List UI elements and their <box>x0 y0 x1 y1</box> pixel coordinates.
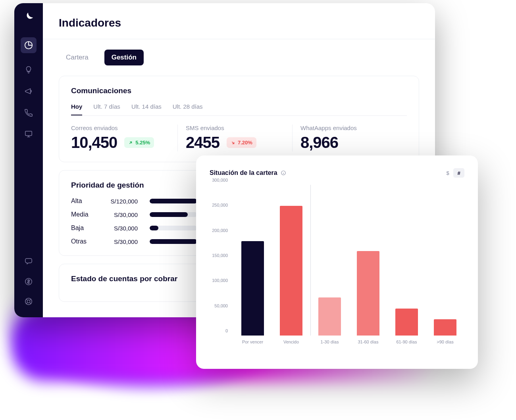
chart-bar <box>434 319 456 336</box>
prioridad-row: AltaS/120,000 <box>71 198 197 205</box>
toggle-count[interactable]: # <box>453 168 464 178</box>
comunicaciones-subtabs: Hoy Ult. 7 días Ult. 14 días Ult. 28 día… <box>71 103 407 116</box>
prioridad-row: BajaS/30,000 <box>71 224 197 232</box>
stat-wa-value: 8,966 <box>300 134 338 152</box>
y-tick: 50,000 <box>214 303 228 308</box>
prio-amount: S/120,000 <box>109 198 138 205</box>
x-label: >90 días <box>426 336 464 351</box>
chart-y-axis: 050,000100,000150,000200,000250,000300,0… <box>210 185 231 336</box>
sidebar-nav-bottom <box>24 257 33 317</box>
sidebar-nav-top <box>21 37 37 257</box>
chart-bar <box>241 241 264 336</box>
bar-slot <box>387 185 426 336</box>
y-tick: 100,000 <box>212 278 228 283</box>
nav-lifebuoy-icon[interactable] <box>24 297 33 306</box>
chart-title: Situación de la cartera <box>210 169 286 176</box>
toggle-currency[interactable]: $ <box>442 168 453 178</box>
svg-point-3 <box>27 300 30 303</box>
prioridad-title: Prioridad de gestión <box>71 181 197 190</box>
nav-megaphone-icon[interactable] <box>24 86 33 96</box>
info-icon[interactable] <box>281 170 286 176</box>
arrow-up-right-icon <box>128 140 133 145</box>
prio-name: Alta <box>71 198 97 205</box>
chart-toggle: $ # <box>442 168 464 178</box>
prio-bar-track <box>150 239 197 244</box>
chart-bar <box>395 309 418 336</box>
estado-title: Estado de cuentas por cobrar <box>71 274 197 283</box>
chart-bars <box>233 185 464 336</box>
prio-bar-track <box>150 199 197 203</box>
page-title: Indicadores <box>43 3 435 39</box>
stat-correos-label: Correos enviados <box>71 125 169 131</box>
chart-area: 050,000100,000150,000200,000250,000300,0… <box>210 185 464 351</box>
nav-dollar-icon[interactable] <box>24 277 33 286</box>
y-tick: 200,000 <box>212 228 228 233</box>
y-tick: 300,000 <box>212 178 228 182</box>
prio-bar-fill <box>150 199 197 203</box>
chart-header: Situación de la cartera $ # <box>210 168 464 178</box>
tab-gestion[interactable]: Gestión <box>104 50 144 65</box>
prio-bar-fill <box>150 212 188 217</box>
stat-sms-delta: 7.20% <box>238 140 252 146</box>
bar-slot <box>426 185 464 336</box>
stat-correos: Correos enviados 10,450 5.25% <box>71 125 178 152</box>
y-tick: 250,000 <box>212 203 228 207</box>
stat-whatsapp: WhatAapps enviados 8,966 <box>293 125 407 152</box>
stat-correos-delta-badge: 5.25% <box>124 137 154 148</box>
bar-slot <box>272 185 310 336</box>
prio-name: Media <box>71 211 97 218</box>
estado-panel: Estado de cuentas por cobrar <box>59 264 210 302</box>
bar-slot <box>349 185 387 336</box>
nav-monitor-icon[interactable] <box>24 129 33 139</box>
prioridad-list: AltaS/120,000MediaS/30,000BajaS/30,000Ot… <box>71 198 197 245</box>
tab-cartera[interactable]: Cartera <box>59 50 96 65</box>
prio-bar-fill <box>150 226 158 230</box>
prioridad-row: OtrasS/30,000 <box>71 238 197 245</box>
situacion-chart-card: Situación de la cartera $ # 050,000100,0… <box>196 155 478 369</box>
stat-correos-delta: 5.25% <box>135 140 150 146</box>
prio-amount: S/30,000 <box>109 211 138 218</box>
chart-plot <box>233 185 464 336</box>
arrow-down-right-icon <box>231 140 235 145</box>
stat-sms-value: 2455 <box>186 134 219 152</box>
comunicaciones-panel: Comunicaciones Hoy Ult. 7 días Ult. 14 d… <box>59 76 419 162</box>
chart-bar <box>357 251 379 336</box>
stat-sms: SMS enviados 2455 7.20% <box>178 125 293 152</box>
nav-phone-icon[interactable] <box>24 108 33 117</box>
sidebar <box>14 3 43 317</box>
chart-x-labels: Por vencerVencido1-30 días31-60 días61-9… <box>233 336 464 351</box>
nav-chat-icon[interactable] <box>24 257 33 267</box>
chart-bar <box>280 206 302 336</box>
stats-row: Correos enviados 10,450 5.25% SMS enviad… <box>71 125 407 152</box>
x-label: 1-30 días <box>310 336 349 351</box>
stat-sms-delta-badge: 7.20% <box>227 137 256 148</box>
x-label: Vencido <box>272 336 310 351</box>
prio-name: Otras <box>71 238 97 245</box>
chart-group-separator <box>310 185 311 336</box>
prio-bar-fill <box>150 239 197 244</box>
bar-slot <box>233 185 272 336</box>
svg-rect-0 <box>25 131 32 136</box>
prio-bar-track <box>150 226 197 230</box>
subtab-14d[interactable]: Ult. 14 días <box>131 103 162 115</box>
prio-amount: S/30,000 <box>109 225 138 232</box>
chart-title-text: Situación de la cartera <box>210 169 277 176</box>
prioridad-panel: Prioridad de gestión AltaS/120,000MediaS… <box>59 170 210 256</box>
subtab-7d[interactable]: Ult. 7 días <box>93 103 120 115</box>
prio-bar-track <box>150 212 197 217</box>
app-logo-moon-icon <box>23 11 35 23</box>
stat-wa-label: WhatAapps enviados <box>300 125 399 131</box>
subtab-hoy[interactable]: Hoy <box>71 103 82 115</box>
subtab-28d[interactable]: Ult. 28 días <box>173 103 203 115</box>
nav-lightbulb-icon[interactable] <box>24 65 33 75</box>
stat-correos-value: 10,450 <box>71 134 117 152</box>
y-tick: 150,000 <box>212 253 228 258</box>
chart-bar <box>318 297 341 336</box>
x-label: 31-60 días <box>349 336 387 351</box>
x-label: 61-90 días <box>387 336 426 351</box>
prio-name: Baja <box>71 224 97 232</box>
prio-amount: S/30,000 <box>109 238 138 245</box>
nav-indicators-icon[interactable] <box>21 37 37 53</box>
main-tabs: Cartera Gestión <box>43 39 435 73</box>
bar-slot <box>310 185 349 336</box>
